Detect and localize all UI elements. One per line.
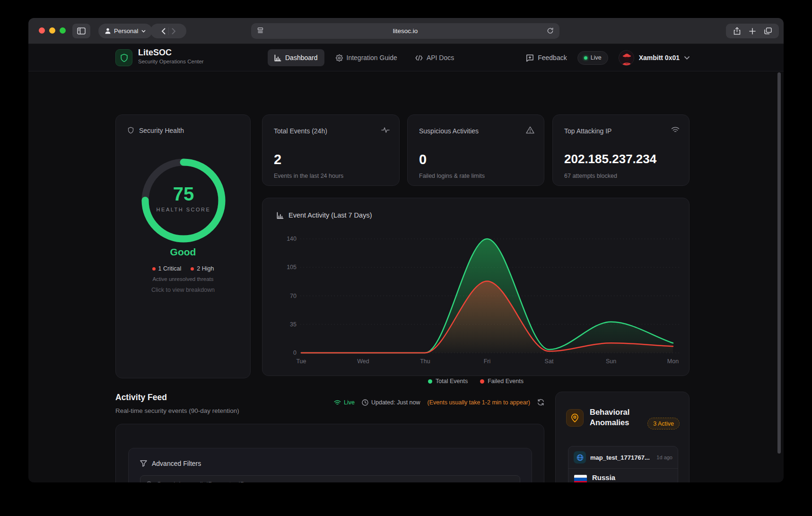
site-header: LiteSOC Security Operations Center Dashb… [28,44,784,71]
updated-status: Updated: Just now [362,399,420,406]
tab-overview-icon[interactable] [764,27,772,35]
threats-summary: 1 Critical 2 High [116,265,250,272]
minimize-window-button[interactable] [49,27,55,34]
share-icon[interactable] [733,27,741,35]
svg-text:Sun: Sun [606,358,616,365]
page-content: LiteSOC Security Operations Center Dashb… [28,44,784,482]
legend-dot [428,379,432,384]
wifi-icon [671,126,680,133]
clock-icon [362,399,368,406]
stat-title: Top Attacking IP [564,127,611,135]
url-text: litesoc.io [251,27,559,35]
stat-value: 0 [419,152,427,167]
security-health-card[interactable]: Security Health 75 HEALTH SCORE Good 1 C… [115,114,251,378]
advanced-filters-label: Advanced Filters [152,460,201,467]
nav-api-docs[interactable]: API Docs [409,49,461,66]
critical-dot [152,267,156,271]
address-bar[interactable]: litesoc.io [251,23,559,39]
anomalies-title-line1: Behavioral [590,407,629,417]
reload-icon[interactable] [547,27,554,35]
health-status: Good [116,246,250,258]
anomaly-country-row: Russia ▲ High-risk country [568,469,678,482]
suspicious-activities-card: Suspicious Activities 0 Failed logins & … [407,114,544,186]
chevron-down-icon [141,30,146,33]
close-window-button[interactable] [39,27,45,34]
map-pin-icon [566,409,584,427]
shield-icon [120,53,129,63]
anomaly-item[interactable]: map_test_1771767... 1d ago Russia ▲ High… [568,446,678,482]
updated-note: (Events usually take 1-2 min to appear) [428,399,530,406]
profile-menu[interactable]: Personal [98,24,152,38]
shield-icon [127,126,134,134]
stat-value: 202.185.237.234 [564,152,656,166]
chart-title: Event Activity (Last 7 Days) [277,211,372,219]
bar-chart-icon [274,54,281,61]
nav-integration-guide[interactable]: Integration Guide [329,49,404,66]
stat-subtitle: Events in the last 24 hours [274,173,343,179]
svg-text:Fri: Fri [484,358,491,365]
history-nav [150,24,186,38]
threats-note: Active unresolved threats [116,276,250,282]
svg-text:Thu: Thu [420,358,430,365]
refresh-icon[interactable] [537,399,544,406]
nav-label: Dashboard [285,54,318,61]
person-icon [105,28,111,34]
updated-label: Updated: Just now [371,399,420,406]
legend-dot [480,379,484,384]
gear-icon [336,54,343,61]
user-menu[interactable]: </> Xambitt 0x01 [619,50,690,66]
activity-feed-panel: Advanced Filters All Types All Severitie… [115,424,544,482]
message-plus-icon [526,54,534,62]
chart-title-label: Event Activity (Last 7 Days) [288,211,372,219]
svg-text:140: 140 [287,236,297,242]
back-icon[interactable] [161,28,166,35]
high-threats: 2 High [191,265,214,272]
app-name: LiteSOC [138,48,172,58]
alert-triangle-icon [526,126,534,134]
feedback-label: Feedback [538,54,567,61]
stat-title: Total Events (24h) [274,127,327,135]
header-right: Feedback Live </> [526,49,690,66]
sidebar-toggle-button[interactable] [72,24,90,38]
total-events-card: Total Events (24h) 2 Events in the last … [262,114,400,186]
new-tab-icon[interactable] [749,28,756,35]
globe-icon [574,451,586,464]
stat-title: Suspicious Activities [419,127,479,135]
feedback-button[interactable]: Feedback [526,54,567,62]
anomaly-time: 1d ago [656,455,672,460]
zoom-window-button[interactable] [60,27,66,34]
page-scrollbar[interactable] [777,72,781,454]
divider [168,27,169,35]
sidebar-icon [77,27,86,35]
svg-text:Mon: Mon [667,358,679,365]
feed-live-status: Live [334,399,355,406]
feed-live-label: Live [344,399,355,406]
search-box [140,475,520,482]
high-label: 2 High [197,265,214,272]
hacker-avatar-icon: </> [619,51,634,66]
critical-label: 1 Critical [158,265,182,272]
browser-window: Personal litesoc.io LiteSOC Security Ope… [28,18,784,482]
high-dot [191,267,194,271]
toolbar-right-group [726,24,779,38]
search-icon [146,481,153,483]
country-name: Russia [592,473,642,481]
search-input[interactable] [157,481,514,482]
live-status-badge: Live [577,51,608,65]
health-title-label: Security Health [139,127,184,134]
forward-icon[interactable] [172,28,176,35]
browser-toolbar: Personal litesoc.io [28,18,784,44]
svg-text:70: 70 [290,293,297,299]
chevron-down-icon [684,56,690,60]
breakdown-hint[interactable]: Click to view breakdown [116,287,250,293]
profile-label: Personal [114,27,138,35]
nav-dashboard[interactable]: Dashboard [268,49,324,66]
app-subtitle: Security Operations Center [138,59,204,64]
svg-text:Tue: Tue [296,358,306,365]
active-count-badge: 3 Active [647,418,680,429]
nav-label: API Docs [427,54,454,61]
svg-text:</>: </> [625,62,629,64]
svg-text:Wed: Wed [357,358,369,365]
live-label: Live [591,54,602,61]
svg-text:105: 105 [287,264,297,271]
